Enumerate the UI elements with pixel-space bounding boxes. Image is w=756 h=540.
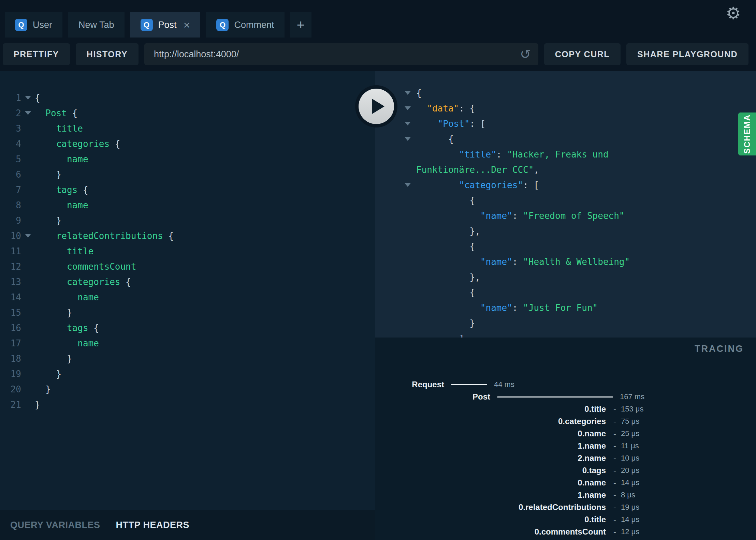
tab-new-tab[interactable]: New Tab <box>68 12 125 38</box>
tracing-panel-title: TRACING <box>695 344 744 354</box>
fold-arrow-icon[interactable] <box>405 106 411 110</box>
tracing-row: 2.name-10 μs <box>375 452 756 464</box>
tracing-dash: - <box>613 490 616 500</box>
response-line: "Post": [ <box>375 116 756 131</box>
tracing-duration-value: 153 μs <box>621 405 644 414</box>
fold-arrow-icon[interactable] <box>405 183 411 187</box>
line-number: 6 <box>0 169 21 180</box>
execute-button-circle <box>359 89 394 124</box>
tracing-duration-bar <box>497 396 613 397</box>
line-number: 19 <box>0 369 21 379</box>
reload-schema-icon[interactable]: ↺ <box>520 48 531 61</box>
response-line: { <box>375 131 756 147</box>
code-text: } <box>35 400 40 410</box>
query-editor-line[interactable]: 19 } <box>0 366 375 381</box>
query-editor-line[interactable]: 4 categories { <box>0 136 375 151</box>
close-tab-icon[interactable]: × <box>184 19 190 31</box>
code-text: name <box>35 292 99 302</box>
query-editor-line[interactable]: 3 title <box>0 121 375 136</box>
tab-comment-label: Comment <box>234 20 274 30</box>
line-number: 17 <box>0 338 21 348</box>
code-text: name <box>35 200 88 210</box>
tab-user[interactable]: Q User <box>5 12 62 38</box>
http-headers-tab[interactable]: HTTP HEADERS <box>116 520 190 530</box>
history-button[interactable]: HISTORY <box>76 43 139 65</box>
query-editor-line[interactable]: 18 } <box>0 351 375 366</box>
tracing-resolver-label: 0.title <box>375 515 606 524</box>
fold-arrow-icon[interactable] <box>25 234 31 238</box>
tracing-row: 0.categories-13 μs <box>375 538 756 540</box>
query-editor-line[interactable]: 7 tags { <box>0 182 375 197</box>
tab-post[interactable]: Q Post × <box>130 12 201 38</box>
response-line: "data": { <box>375 101 756 116</box>
query-editor-line[interactable]: 21} <box>0 397 375 412</box>
schema-side-tab[interactable]: SCHEMA <box>738 112 756 155</box>
bottom-bar: QUERY VARIABLES HTTP HEADERS <box>0 510 375 540</box>
query-editor-line[interactable]: 17 name <box>0 335 375 351</box>
tab-comment[interactable]: Q Comment <box>206 12 284 38</box>
line-number: 3 <box>0 123 21 134</box>
tracing-resolver-label: 1.name <box>375 490 606 500</box>
query-editor-line[interactable]: 8 name <box>0 197 375 213</box>
query-editor-line[interactable]: 2 Post { <box>0 105 375 121</box>
tracing-dash: - <box>613 502 616 512</box>
tab-post-label: Post <box>158 20 177 30</box>
line-number: 11 <box>0 246 21 256</box>
fold-arrow-icon[interactable] <box>25 96 31 100</box>
query-editor-line[interactable]: 1{ <box>0 90 375 105</box>
tracing-duration-value: 14 μs <box>621 515 639 524</box>
query-editor-line[interactable]: 12 commentsCount <box>0 259 375 274</box>
tracing-resolver-label: 0.categories <box>375 417 606 426</box>
response-line: "name": "Health & Wellbeing" <box>375 254 756 269</box>
code-text: "data": { <box>416 103 475 114</box>
fold-arrow-icon[interactable] <box>405 137 411 141</box>
fold-gutter <box>21 96 35 100</box>
tracing-resolver-label: Request <box>375 380 444 389</box>
code-text: "categories": [ <box>416 180 539 190</box>
line-number: 12 <box>0 261 21 272</box>
code-text: relatedContributions { <box>35 231 174 241</box>
query-editor-line[interactable]: 11 title <box>0 243 375 259</box>
code-text: "name": "Health & Wellbeing" <box>416 257 630 267</box>
query-editor-line[interactable]: 14 name <box>0 289 375 305</box>
new-tab-button[interactable]: + <box>290 12 311 38</box>
endpoint-url-bar: ↺ <box>144 43 538 65</box>
prettify-button[interactable]: PRETTIFY <box>3 43 70 65</box>
settings-gear-icon[interactable]: ⚙ <box>726 5 741 22</box>
query-editor-line[interactable]: 15 } <box>0 305 375 320</box>
tracing-row: 1.name-8 μs <box>375 489 756 501</box>
line-number: 2 <box>0 108 21 118</box>
tracing-duration-value: 44 ms <box>494 380 514 389</box>
query-tab-icon: Q <box>15 19 27 31</box>
code-text: { <box>35 93 40 103</box>
share-playground-button[interactable]: SHARE PLAYGROUND <box>626 43 748 65</box>
fold-arrow-icon[interactable] <box>25 111 31 115</box>
schema-side-tab-label: SCHEMA <box>742 114 752 154</box>
fold-arrow-icon[interactable] <box>405 91 411 95</box>
query-editor-line[interactable]: 6 } <box>0 167 375 182</box>
fold-arrow-icon[interactable] <box>405 122 411 125</box>
tracing-row: Request44 ms <box>375 378 756 391</box>
code-text: } <box>35 308 72 318</box>
query-editor-line[interactable]: 16 tags { <box>0 320 375 335</box>
query-editor-line[interactable]: 9 } <box>0 213 375 228</box>
query-editor-pane[interactable]: 1{2 Post {3 title4 categories {5 name6 }… <box>0 71 375 510</box>
tracing-row: 0.commentsCount-12 μs <box>375 526 756 538</box>
execute-query-button[interactable] <box>355 85 397 127</box>
response-lines: { "data": { "Post": [ { "title": "Hacker… <box>375 71 756 338</box>
tracing-row: 0.title-14 μs <box>375 513 756 526</box>
endpoint-url-input[interactable] <box>153 49 520 60</box>
response-line: }, <box>375 269 756 285</box>
code-text: } <box>35 215 61 226</box>
query-editor-line[interactable]: 10 relatedContributions { <box>0 228 375 243</box>
tracing-duration-value: 14 μs <box>621 478 639 487</box>
query-variables-tab[interactable]: QUERY VARIABLES <box>10 520 100 530</box>
query-editor-line[interactable]: 5 name <box>0 151 375 167</box>
query-tab-icon: Q <box>141 19 153 31</box>
response-line: { <box>375 285 756 300</box>
copy-curl-button[interactable]: COPY CURL <box>544 43 621 65</box>
query-editor-line[interactable]: 13 categories { <box>0 274 375 289</box>
query-editor-line[interactable]: 20 } <box>0 381 375 397</box>
code-text: "title": "Hacker, Freaks und <box>416 149 609 160</box>
code-text: "name": "Freedom of Speech" <box>416 211 625 221</box>
